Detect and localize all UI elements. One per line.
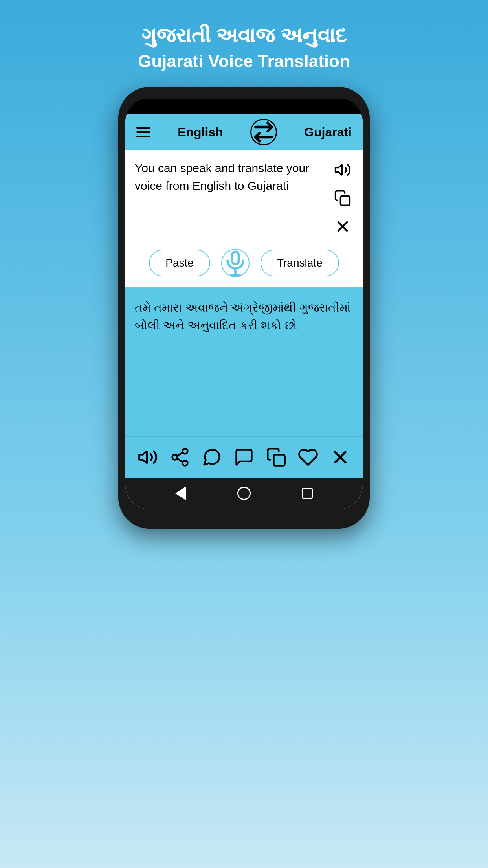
messenger-button[interactable] xyxy=(231,445,257,470)
home-icon xyxy=(237,487,251,500)
hamburger-line-1 xyxy=(136,127,150,129)
copy-input-icon xyxy=(334,189,351,207)
svg-marker-0 xyxy=(336,165,342,175)
phone-screen: English Gujarati You can speak and trans… xyxy=(125,99,363,509)
copy-input-button[interactable] xyxy=(332,188,353,209)
svg-rect-4 xyxy=(232,252,238,264)
svg-rect-13 xyxy=(273,455,284,466)
output-speaker-icon xyxy=(138,447,158,467)
input-actions xyxy=(332,159,353,237)
close-output-button[interactable] xyxy=(328,445,353,470)
share-button[interactable] xyxy=(167,445,193,470)
svg-line-12 xyxy=(177,452,183,456)
input-text-row: You can speak and translate your voice f… xyxy=(135,159,353,237)
svg-marker-7 xyxy=(139,451,147,463)
svg-rect-1 xyxy=(341,196,350,206)
speaker-icon xyxy=(334,161,351,178)
svg-line-11 xyxy=(177,458,183,462)
android-nav-bar xyxy=(125,478,363,509)
source-language-label[interactable]: English xyxy=(178,125,223,140)
status-bar xyxy=(125,99,363,114)
close-output-icon xyxy=(330,447,350,467)
app-title-english: Gujarati Voice Translation xyxy=(138,51,350,71)
phone-frame: English Gujarati You can speak and trans… xyxy=(118,87,370,529)
back-icon xyxy=(175,486,186,500)
home-button[interactable] xyxy=(234,484,254,503)
target-language-label[interactable]: Gujarati xyxy=(304,125,352,140)
close-icon xyxy=(334,218,351,235)
clear-input-button[interactable] xyxy=(332,216,353,237)
microphone-button[interactable] xyxy=(221,249,250,277)
hamburger-line-3 xyxy=(136,136,150,137)
swap-languages-button[interactable] xyxy=(250,119,277,145)
messenger-icon xyxy=(234,447,254,467)
output-speaker-button[interactable] xyxy=(135,445,160,470)
input-text[interactable]: You can speak and translate your voice f… xyxy=(135,159,332,195)
bottom-action-bar xyxy=(125,436,363,478)
recents-icon xyxy=(302,488,313,499)
swap-icon xyxy=(251,120,276,144)
back-button[interactable] xyxy=(171,484,191,503)
microphone-icon xyxy=(222,250,249,276)
whatsapp-icon xyxy=(202,447,222,467)
output-area: તમે તમારા અવાજને અંગ્રેજીમાંથી ગુજરાતીમા… xyxy=(125,287,363,436)
copy-output-button[interactable] xyxy=(264,445,289,470)
whatsapp-button[interactable] xyxy=(199,445,224,470)
nav-bar: English Gujarati xyxy=(125,114,363,150)
input-area: You can speak and translate your voice f… xyxy=(125,150,363,287)
app-screen: English Gujarati You can speak and trans… xyxy=(125,114,363,509)
heart-icon xyxy=(298,447,318,467)
output-text: તમે તમારા અવાજને અંગ્રેજીમાંથી ગુજરાતીમા… xyxy=(135,301,350,332)
share-icon xyxy=(170,447,190,467)
menu-button[interactable] xyxy=(136,127,150,137)
input-buttons-row: Paste Translate xyxy=(135,249,353,277)
copy-output-icon xyxy=(266,447,286,467)
app-title-gujarati: ગુજરાતી અવાજ અનુવાદ xyxy=(138,24,350,48)
app-title-area: ગુજરાતી અવાજ અનુવાદ Gujarati Voice Trans… xyxy=(138,0,350,87)
paste-button[interactable]: Paste xyxy=(149,250,210,276)
translate-button[interactable]: Translate xyxy=(261,250,339,276)
favorite-button[interactable] xyxy=(295,445,321,470)
recents-button[interactable] xyxy=(297,484,317,503)
speaker-button[interactable] xyxy=(332,159,353,180)
hamburger-line-2 xyxy=(136,131,150,133)
